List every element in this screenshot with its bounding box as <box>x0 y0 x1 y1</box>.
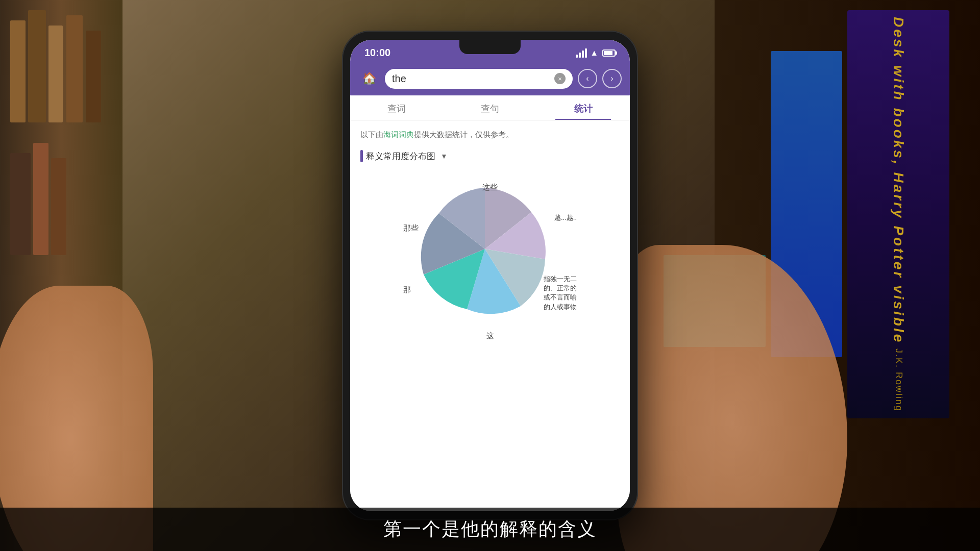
phone-frame: 10:00 ▲ 🏠 the <box>342 31 638 520</box>
label-na: 那 <box>403 285 411 295</box>
harry-potter-book: Desk with books, Harry Potter visible J.… <box>847 10 949 418</box>
book-title: Desk with books, Harry Potter visible <box>890 17 906 344</box>
search-area: 🏠 the × ‹ › <box>350 64 630 95</box>
forward-icon: › <box>610 74 613 83</box>
chart-indicator <box>360 150 363 162</box>
search-box[interactable]: the × <box>385 69 573 89</box>
info-link[interactable]: 海词词典 <box>383 130 414 139</box>
back-icon: ‹ <box>586 74 589 83</box>
tab-stats[interactable]: 统计 <box>536 95 630 120</box>
tab-lookup[interactable]: 查词 <box>350 95 444 120</box>
chart-dropdown-arrow[interactable]: ▼ <box>440 152 448 160</box>
book-author: J.K. Rowling <box>893 348 904 412</box>
label-zhexie: 这些 <box>482 183 498 192</box>
tab-sentence[interactable]: 查句 <box>444 95 537 120</box>
subtitle-text: 第一个是他的解释的含义 <box>383 518 597 539</box>
status-time: 10:00 <box>364 47 390 59</box>
label-zhe: 这 <box>486 331 494 341</box>
label-yue: 越...越.. <box>554 213 577 222</box>
chart-section: 释义常用度分布图 ▼ <box>360 150 620 336</box>
content-area: 以下由海词词典提供大数据统计，仅供参考。 释义常用度分布图 ▼ <box>350 120 630 511</box>
label-naxie: 那些 <box>403 223 419 233</box>
info-prefix: 以下由 <box>360 130 383 139</box>
chart-title: 释义常用度分布图 <box>366 151 435 162</box>
pie-chart <box>408 172 561 325</box>
phone-screen: 10:00 ▲ 🏠 the <box>350 40 630 511</box>
search-text: the <box>392 73 406 85</box>
info-text: 以下由海词词典提供大数据统计，仅供参考。 <box>360 129 620 141</box>
subtitle-bar: 第一个是他的解释的含义 <box>0 508 980 551</box>
phone-notch <box>459 40 521 54</box>
battery-icon <box>602 49 616 57</box>
status-icons: ▲ <box>576 48 616 58</box>
info-suffix: 提供大数据统计，仅供参考。 <box>414 130 513 139</box>
label-zhi: 指独一无二的、正常的或不言而喻的人或事物 <box>544 274 577 312</box>
signal-icon <box>576 48 587 58</box>
back-button[interactable]: ‹ <box>578 69 597 88</box>
wifi-icon: ▲ <box>590 48 598 58</box>
chart-header: 释义常用度分布图 ▼ <box>360 150 620 162</box>
pie-chart-container: 这些 越...越.. 指独一无二的、正常的或不言而喻的人或事物 这 那 那些 <box>408 172 572 336</box>
clear-button[interactable]: × <box>554 73 566 84</box>
tabs-bar: 查词 查句 统计 <box>350 95 630 120</box>
home-button[interactable]: 🏠 <box>358 68 380 89</box>
forward-button[interactable]: › <box>602 69 622 88</box>
